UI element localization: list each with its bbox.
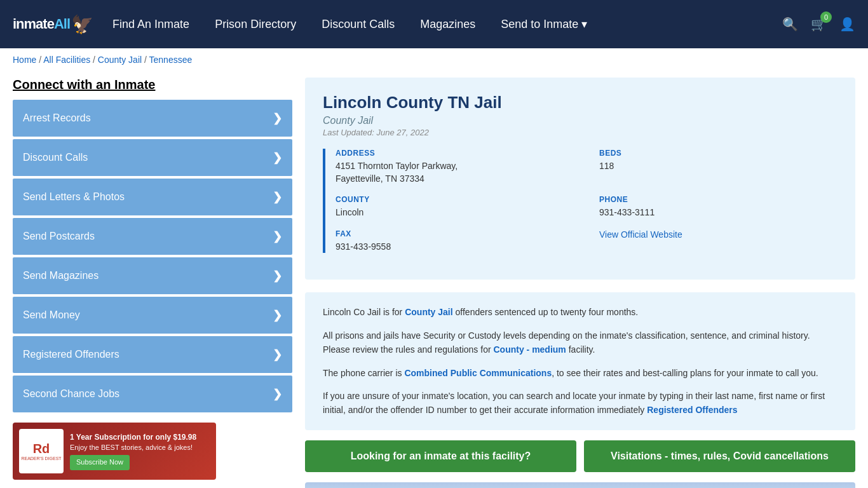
ad-line2: Enjoy the BEST stories, advice & jokes! <box>70 444 193 451</box>
chevron-right-icon: ❯ <box>273 190 282 204</box>
sidebar-label-send-magazines: Send Magazines <box>23 270 98 281</box>
description-area: Lincoln Co Jail is for County Jail offen… <box>305 292 855 430</box>
sidebar-label-send-postcards: Send Postcards <box>23 231 95 242</box>
site-logo[interactable]: inmateAll🦅 <box>13 14 93 35</box>
sidebar-label-send-money: Send Money <box>23 309 80 321</box>
beds-section: BEDS 118 <box>599 149 837 185</box>
ad-banner: Rd READER'S DIGEST 1 Year Subscription f… <box>13 423 216 480</box>
desc-para-2: All prisons and jails have Security or C… <box>323 329 837 357</box>
chevron-right-icon: ❯ <box>273 111 282 125</box>
chevron-right-icon: ❯ <box>273 348 282 362</box>
beds-value: 118 <box>599 160 837 173</box>
logo-bird-icon: 🦅 <box>71 14 93 35</box>
beds-label: BEDS <box>599 149 837 158</box>
facility-info-grid: ADDRESS 4151 Thornton Taylor Parkway,Fay… <box>336 149 837 253</box>
user-icon[interactable]: 👤 <box>839 17 855 32</box>
cart-badge: 0 <box>820 11 832 23</box>
sidebar-item-registered-offenders[interactable]: Registered Offenders ❯ <box>13 336 292 373</box>
view-website-link[interactable]: View Official Website <box>599 229 682 240</box>
registered-offenders-link[interactable]: Registered Offenders <box>647 405 737 415</box>
breadcrumb-county-jail[interactable]: County Jail <box>98 55 142 65</box>
phone-carrier-link[interactable]: Combined Public Communications <box>404 368 552 378</box>
website-section: View Official Website <box>599 229 837 254</box>
facility-photo <box>305 482 855 488</box>
ad-logo-sub: READER'S DIGEST <box>21 456 61 461</box>
ad-logo: Rd READER'S DIGEST <box>19 429 64 473</box>
logo-all-text: All <box>54 16 70 32</box>
sidebar-title: Connect with an Inmate <box>13 78 292 92</box>
logo-inmate-text: inmate <box>13 16 54 32</box>
sidebar-label-discount-calls: Discount Calls <box>23 152 88 163</box>
breadcrumb-all-facilities[interactable]: All Facilities <box>43 55 90 65</box>
county-label: COUNTY <box>336 195 574 204</box>
header-actions: 🔍 🛒 0 👤 <box>782 17 855 32</box>
breadcrumb-tennessee[interactable]: Tennessee <box>149 55 193 65</box>
nav-magazines[interactable]: Magazines <box>420 18 475 31</box>
fax-label: FAX <box>336 229 574 238</box>
chevron-right-icon: ❯ <box>273 229 282 243</box>
ad-logo-rd: Rd <box>33 442 50 456</box>
county-section: COUNTY Lincoln <box>336 195 574 219</box>
desc-para-1: Lincoln Co Jail is for County Jail offen… <box>323 305 837 319</box>
desc-para-4: If you are unsure of your inmate's locat… <box>323 389 837 417</box>
address-section: ADDRESS 4151 Thornton Taylor Parkway,Fay… <box>336 149 574 185</box>
sidebar-label-second-chance-jobs: Second Chance Jobs <box>23 388 119 400</box>
facility-last-updated: Last Updated: June 27, 2022 <box>323 128 837 137</box>
sidebar-item-send-letters[interactable]: Send Letters & Photos ❯ <box>13 179 292 215</box>
nav-prison-directory[interactable]: Prison Directory <box>215 18 296 31</box>
sidebar-item-arrest-records[interactable]: Arrest Records ❯ <box>13 100 292 137</box>
main-nav: Find An Inmate Prison Directory Discount… <box>112 17 763 31</box>
find-inmate-cta-button[interactable]: Looking for an inmate at this facility? <box>305 440 576 472</box>
ad-subscribe-button[interactable]: Subscribe Now <box>70 455 130 470</box>
desc-para-3: The phone carrier is Combined Public Com… <box>323 366 837 380</box>
sidebar-item-send-magazines[interactable]: Send Magazines ❯ <box>13 257 292 294</box>
phone-label: PHONE <box>599 195 837 204</box>
chevron-right-icon: ❯ <box>273 308 282 322</box>
address-value: 4151 Thornton Taylor Parkway,Fayettevill… <box>336 160 574 185</box>
visitations-cta-button[interactable]: Visitations - times, rules, Covid cancel… <box>584 440 855 472</box>
content-area: Lincoln County TN Jail County Jail Last … <box>292 78 855 488</box>
search-icon[interactable]: 🔍 <box>782 17 798 32</box>
sidebar-item-send-postcards[interactable]: Send Postcards ❯ <box>13 218 292 255</box>
site-header: inmateAll🦅 Find An Inmate Prison Directo… <box>0 0 868 48</box>
sidebar-label-send-letters: Send Letters & Photos <box>23 191 125 203</box>
fax-section: FAX 931-433-9558 <box>336 229 574 254</box>
breadcrumb: Home / All Facilities / County Jail / Te… <box>0 48 868 71</box>
sidebar-label-registered-offenders: Registered Offenders <box>23 349 119 360</box>
nav-discount-calls[interactable]: Discount Calls <box>322 18 395 31</box>
facility-name: Lincoln County TN Jail <box>323 93 837 112</box>
breadcrumb-home[interactable]: Home <box>13 55 36 65</box>
fax-value: 931-433-9558 <box>336 241 574 254</box>
facility-info-section: ADDRESS 4151 Thornton Taylor Parkway,Fay… <box>323 149 837 253</box>
nav-find-inmate[interactable]: Find An Inmate <box>112 18 189 31</box>
facility-type: County Jail <box>323 115 837 126</box>
county-jail-link[interactable]: County Jail <box>405 307 452 317</box>
chevron-right-icon: ❯ <box>273 269 282 283</box>
address-label: ADDRESS <box>336 149 574 158</box>
sidebar-item-send-money[interactable]: Send Money ❯ <box>13 297 292 334</box>
cta-buttons: Looking for an inmate at this facility? … <box>305 440 855 472</box>
chevron-right-icon: ❯ <box>273 387 282 401</box>
county-medium-link[interactable]: County - medium <box>493 344 566 355</box>
phone-value: 931-433-3111 <box>599 207 837 219</box>
phone-section: PHONE 931-433-3111 <box>599 195 837 219</box>
ad-line1: 1 Year Subscription for only $19.98 <box>70 433 196 442</box>
sidebar: Connect with an Inmate Arrest Records ❯ … <box>13 78 292 488</box>
sidebar-item-second-chance-jobs[interactable]: Second Chance Jobs ❯ <box>13 376 292 412</box>
facility-card: Lincoln County TN Jail County Jail Last … <box>305 78 855 280</box>
nav-send-to-inmate[interactable]: Send to Inmate ▾ <box>501 17 587 31</box>
county-value: Lincoln <box>336 207 574 219</box>
main-container: Connect with an Inmate Arrest Records ❯ … <box>0 71 868 488</box>
sidebar-item-discount-calls[interactable]: Discount Calls ❯ <box>13 139 292 176</box>
cart-icon[interactable]: 🛒 0 <box>811 17 827 32</box>
chevron-right-icon: ❯ <box>273 151 282 165</box>
ad-text: 1 Year Subscription for only $19.98 Enjo… <box>70 432 196 470</box>
sidebar-label-arrest-records: Arrest Records <box>23 112 91 124</box>
